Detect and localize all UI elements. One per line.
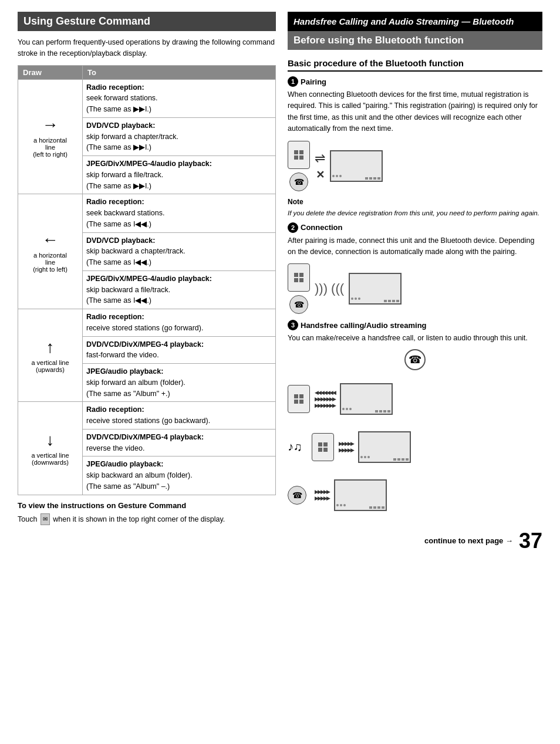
right-section-header: Before using the Bluetooth function — [288, 31, 542, 50]
step1-number: 1 — [288, 76, 298, 87]
bottom-note: To view the instructions on Gesture Comm… — [18, 501, 276, 526]
step3-number: 3 — [288, 320, 298, 330]
right-sub-header: Basic procedure of the Bluetooth functio… — [288, 58, 542, 72]
connection-diagram: ☎ ))) ((( — [288, 263, 542, 314]
step2-title: 2 Connection — [288, 222, 542, 233]
touch-icon: ✉ — [41, 513, 50, 525]
handsfree-diagrams: ☎ ◀◀◀◀◀◀◀ ▶▶▶▶▶▶▶ ▶▶▶▶▶▶▶ — [288, 349, 542, 517]
pairing-x: ✕ — [316, 168, 325, 181]
draw-cell-0: →a horizontal line (left to right) — [18, 79, 83, 194]
device-phone2 — [288, 263, 310, 292]
page-number-area: continue to next page → 37 — [288, 529, 542, 553]
device-headset1: ☎ — [289, 173, 308, 191]
bottom-note-title: To view the instructions on Gesture Comm… — [18, 501, 276, 510]
desc-cell-1-1: DVD/VCD playback:skip backward a chapter… — [83, 232, 276, 270]
draw-cell-1: ←a horizontal line (right to left) — [18, 194, 83, 309]
desc-cell-1-0: Radio reception:seek backward stations. … — [83, 194, 276, 232]
top-header-text: Handsfree Calling and Audio Streaming — … — [294, 16, 514, 26]
step2-number: 2 — [288, 222, 298, 233]
desc-cell-0-0: Radio reception:seek forward stations. (… — [83, 79, 276, 117]
desc-cell-1-2: JPEG/DivX/MPEG-4/audio playback:skip bac… — [83, 270, 276, 309]
call-device1 — [288, 385, 310, 413]
table-row: ↑a vertical line (upwards)Radio receptio… — [18, 309, 276, 337]
table-row: →a horizontal line (left to right)Radio … — [18, 79, 276, 117]
desc-cell-3-0: Radio reception:receive stored stations … — [83, 402, 276, 430]
audio-device — [312, 433, 334, 461]
step1-body: When connecting Bluetooth devices for th… — [288, 89, 542, 135]
step1-label: Pairing — [301, 77, 326, 86]
draw-cell-3: ↓a vertical line (downwards) — [18, 402, 83, 495]
left-column: Using Gesture Command You can perform fr… — [18, 12, 276, 732]
page-number: 37 — [519, 529, 542, 553]
music-note: ♪♫ — [288, 440, 302, 454]
screen-display2 — [349, 273, 402, 305]
pairing-diagram: ☎ ⇌ ✕ — [288, 141, 542, 191]
headset-device: ☎ — [288, 486, 306, 505]
step1-note: Note If you delete the device registrati… — [288, 197, 542, 218]
table-row: ←a horizontal line (right to left)Radio … — [18, 194, 276, 232]
intro-text: You can perform frequently-used operatio… — [18, 37, 276, 59]
desc-cell-0-1: DVD/VCD playback:skip forward a chapter/… — [83, 117, 276, 155]
waves-icon: ))) ((( — [315, 281, 344, 296]
touch-body: when it is shown in the top right corner… — [53, 515, 225, 523]
left-section-title: Using Gesture Command — [23, 15, 150, 27]
col-draw: Draw — [18, 65, 83, 79]
phone-bubble-icon: ☎ — [404, 349, 426, 370]
gesture-table: Draw To →a horizontal line (left to righ… — [18, 65, 276, 495]
left-section-header: Using Gesture Command — [18, 12, 276, 31]
page: Using Gesture Command You can perform fr… — [0, 0, 560, 744]
right-top-header: Handsfree Calling and Audio Streaming — … — [288, 12, 542, 31]
right-section-header-text: Before using the Bluetooth function — [294, 35, 464, 46]
headset-screen — [334, 479, 387, 511]
step1-title: 1 Pairing — [288, 76, 542, 87]
desc-cell-2-0: Radio reception:receive stored stations … — [83, 309, 276, 337]
audio-screen — [358, 431, 411, 463]
call-diagram-row1: ◀◀◀◀◀◀◀ ▶▶▶▶▶▶▶ ▶▶▶▶▶▶▶ — [288, 383, 542, 415]
step3-title: 3 Handsfree calling/Audio streaming — [288, 320, 542, 330]
desc-cell-2-2: JPEG/audio playback:skip forward an albu… — [83, 364, 276, 402]
draw-cell-2: ↑a vertical line (upwards) — [18, 309, 83, 402]
touch-label: Touch — [18, 515, 37, 523]
step2-body: After pairing is made, connect this unit… — [288, 235, 542, 258]
desc-cell-0-2: JPEG/DivX/MPEG-4/audio playback:skip for… — [83, 156, 276, 194]
step2-label: Connection — [301, 223, 343, 232]
headset-diagram-row: ☎ ▶▶▶▶▶ ▶▶▶▶▶ — [288, 479, 542, 511]
step3-body: You can make/receive a handsfree call, o… — [288, 333, 542, 344]
continue-text: continue to next page → — [424, 536, 513, 545]
desc-cell-3-2: JPEG/audio playback:skip backward an alb… — [83, 456, 276, 495]
headset-arrows: ▶▶▶▶▶ ▶▶▶▶▶ — [315, 489, 329, 501]
call-screen1 — [340, 383, 393, 415]
table-row: ↓a vertical line (downwards)Radio recept… — [18, 402, 276, 430]
pairing-arrow: ⇌ — [315, 151, 325, 166]
desc-cell-3-1: DVD/VCD/DivX/MPEG-4 playback:reverse the… — [83, 429, 276, 456]
device-phone1 — [288, 141, 310, 169]
device-headset2: ☎ — [289, 295, 308, 314]
audio-arrows: ▶▶▶▶▶ ▶▶▶▶▶ — [339, 441, 353, 453]
step3-label: Handsfree calling/Audio streaming — [301, 321, 427, 330]
sub-header-text: Basic procedure of the Bluetooth functio… — [288, 58, 464, 68]
call-arrows1: ◀◀◀◀◀◀◀ ▶▶▶▶▶▶▶ ▶▶▶▶▶▶▶ — [315, 390, 335, 408]
screen-display1 — [330, 150, 383, 182]
col-to: To — [83, 65, 276, 79]
desc-cell-2-1: DVD/VCD/DivX/MPEG-4 playback:fast-forwar… — [83, 336, 276, 364]
audio-diagram-row: ♪♫ ▶▶▶▶▶ ▶▶▶▶▶ — [288, 431, 542, 463]
right-column: Handsfree Calling and Audio Streaming — … — [288, 12, 542, 732]
